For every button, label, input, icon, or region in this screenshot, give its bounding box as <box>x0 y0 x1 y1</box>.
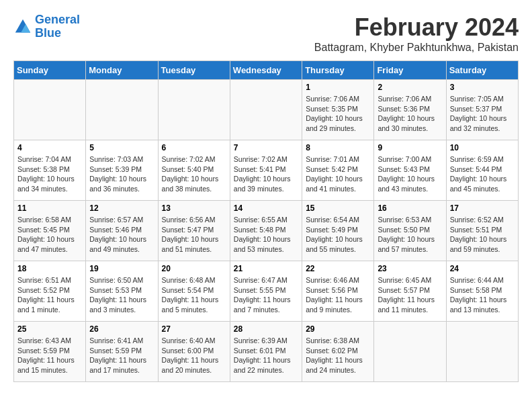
day-number: 9 <box>378 143 442 152</box>
day-number: 8 <box>306 143 370 152</box>
day-number: 16 <box>378 203 442 213</box>
day-number: 6 <box>162 143 226 152</box>
day-number: 4 <box>17 143 82 152</box>
calendar-week-row: 1Sunrise: 7:06 AMSunset: 5:35 PMDaylight… <box>14 80 519 140</box>
weekday-header-tuesday: Tuesday <box>158 61 230 80</box>
day-info: Sunrise: 6:50 AMSunset: 5:53 PMDaylight:… <box>89 275 154 315</box>
calendar-cell: 24Sunrise: 6:44 AMSunset: 5:58 PMDayligh… <box>446 261 518 322</box>
day-info: Sunrise: 7:02 AMSunset: 5:41 PMDaylight:… <box>234 154 298 194</box>
day-info: Sunrise: 6:55 AMSunset: 5:48 PMDaylight:… <box>234 215 298 255</box>
day-info: Sunrise: 6:48 AMSunset: 5:54 PMDaylight:… <box>162 275 226 315</box>
calendar-cell: 6Sunrise: 7:02 AMSunset: 5:40 PMDaylight… <box>158 140 230 201</box>
day-number: 29 <box>306 324 370 334</box>
logo-icon <box>13 17 32 36</box>
calendar-cell: 19Sunrise: 6:50 AMSunset: 5:53 PMDayligh… <box>86 261 158 322</box>
day-number: 13 <box>162 203 226 213</box>
calendar-cell <box>446 322 518 382</box>
day-number: 11 <box>17 203 82 213</box>
calendar-cell: 28Sunrise: 6:39 AMSunset: 6:01 PMDayligh… <box>230 322 302 382</box>
location-subtitle: Battagram, Khyber Pakhtunkhwa, Pakistan <box>314 42 519 54</box>
calendar-cell: 23Sunrise: 6:45 AMSunset: 5:57 PMDayligh… <box>374 261 446 322</box>
calendar-week-row: 4Sunrise: 7:04 AMSunset: 5:38 PMDaylight… <box>14 140 519 201</box>
day-info: Sunrise: 7:06 AMSunset: 5:35 PMDaylight:… <box>306 94 370 134</box>
calendar-cell: 27Sunrise: 6:40 AMSunset: 6:00 PMDayligh… <box>158 322 230 382</box>
calendar-cell: 18Sunrise: 6:51 AMSunset: 5:52 PMDayligh… <box>14 261 86 322</box>
weekday-header-thursday: Thursday <box>302 61 374 80</box>
calendar-cell <box>230 80 302 140</box>
logo-line2: Blue <box>35 26 61 40</box>
calendar-cell: 22Sunrise: 6:46 AMSunset: 5:56 PMDayligh… <box>302 261 374 322</box>
page-header: General Blue February 2024 Battagram, Kh… <box>13 13 519 54</box>
weekday-header-sunday: Sunday <box>14 61 86 80</box>
day-number: 25 <box>17 324 82 334</box>
calendar-cell: 1Sunrise: 7:06 AMSunset: 5:35 PMDaylight… <box>302 80 374 140</box>
day-number: 24 <box>450 264 515 273</box>
day-number: 26 <box>89 324 154 334</box>
calendar-week-row: 18Sunrise: 6:51 AMSunset: 5:52 PMDayligh… <box>14 261 519 322</box>
day-info: Sunrise: 7:02 AMSunset: 5:40 PMDaylight:… <box>162 154 226 194</box>
day-info: Sunrise: 6:38 AMSunset: 6:02 PMDaylight:… <box>306 336 370 375</box>
day-number: 12 <box>89 203 154 213</box>
day-number: 5 <box>89 143 154 152</box>
title-block: February 2024 Battagram, Khyber Pakhtunk… <box>314 13 519 54</box>
calendar-cell: 29Sunrise: 6:38 AMSunset: 6:02 PMDayligh… <box>302 322 374 382</box>
calendar-cell: 2Sunrise: 7:06 AMSunset: 5:36 PMDaylight… <box>374 80 446 140</box>
day-info: Sunrise: 6:53 AMSunset: 5:50 PMDaylight:… <box>378 215 442 255</box>
day-info: Sunrise: 6:59 AMSunset: 5:44 PMDaylight:… <box>450 154 515 194</box>
logo-line1: General <box>35 13 80 26</box>
day-info: Sunrise: 7:05 AMSunset: 5:37 PMDaylight:… <box>450 94 515 134</box>
day-number: 28 <box>234 324 298 334</box>
day-info: Sunrise: 6:47 AMSunset: 5:55 PMDaylight:… <box>234 275 298 315</box>
calendar-cell <box>158 80 230 140</box>
day-number: 3 <box>450 83 515 92</box>
logo: General Blue <box>13 13 80 40</box>
calendar-cell: 25Sunrise: 6:43 AMSunset: 5:59 PMDayligh… <box>14 322 86 382</box>
calendar-cell: 5Sunrise: 7:03 AMSunset: 5:39 PMDaylight… <box>86 140 158 201</box>
calendar-cell: 11Sunrise: 6:58 AMSunset: 5:45 PMDayligh… <box>14 201 86 261</box>
calendar-cell: 4Sunrise: 7:04 AMSunset: 5:38 PMDaylight… <box>14 140 86 201</box>
weekday-header-row: SundayMondayTuesdayWednesdayThursdayFrid… <box>14 61 519 80</box>
day-info: Sunrise: 6:44 AMSunset: 5:58 PMDaylight:… <box>450 275 515 315</box>
calendar-cell: 7Sunrise: 7:02 AMSunset: 5:41 PMDaylight… <box>230 140 302 201</box>
day-number: 18 <box>17 264 82 273</box>
calendar-cell: 15Sunrise: 6:54 AMSunset: 5:49 PMDayligh… <box>302 201 374 261</box>
calendar-cell <box>374 322 446 382</box>
day-info: Sunrise: 7:06 AMSunset: 5:36 PMDaylight:… <box>378 94 442 134</box>
calendar-cell: 13Sunrise: 6:56 AMSunset: 5:47 PMDayligh… <box>158 201 230 261</box>
calendar-cell: 12Sunrise: 6:57 AMSunset: 5:46 PMDayligh… <box>86 201 158 261</box>
calendar-table: SundayMondayTuesdayWednesdayThursdayFrid… <box>13 60 519 382</box>
calendar-cell: 14Sunrise: 6:55 AMSunset: 5:48 PMDayligh… <box>230 201 302 261</box>
weekday-header-monday: Monday <box>86 61 158 80</box>
day-number: 10 <box>450 143 515 152</box>
day-info: Sunrise: 6:54 AMSunset: 5:49 PMDaylight:… <box>306 215 370 255</box>
day-info: Sunrise: 7:03 AMSunset: 5:39 PMDaylight:… <box>89 154 154 194</box>
calendar-cell: 9Sunrise: 7:00 AMSunset: 5:43 PMDaylight… <box>374 140 446 201</box>
day-number: 1 <box>306 83 370 92</box>
calendar-cell: 16Sunrise: 6:53 AMSunset: 5:50 PMDayligh… <box>374 201 446 261</box>
day-number: 19 <box>89 264 154 273</box>
day-number: 15 <box>306 203 370 213</box>
day-info: Sunrise: 6:43 AMSunset: 5:59 PMDaylight:… <box>17 336 82 375</box>
day-number: 14 <box>234 203 298 213</box>
calendar-cell: 8Sunrise: 7:01 AMSunset: 5:42 PMDaylight… <box>302 140 374 201</box>
day-number: 20 <box>162 264 226 273</box>
weekday-header-saturday: Saturday <box>446 61 518 80</box>
calendar-cell: 26Sunrise: 6:41 AMSunset: 5:59 PMDayligh… <box>86 322 158 382</box>
calendar-week-row: 25Sunrise: 6:43 AMSunset: 5:59 PMDayligh… <box>14 322 519 382</box>
calendar-cell: 10Sunrise: 6:59 AMSunset: 5:44 PMDayligh… <box>446 140 518 201</box>
day-number: 7 <box>234 143 298 152</box>
day-number: 17 <box>450 203 515 213</box>
day-number: 22 <box>306 264 370 273</box>
logo-text: General Blue <box>35 13 80 40</box>
day-number: 2 <box>378 83 442 92</box>
day-info: Sunrise: 7:04 AMSunset: 5:38 PMDaylight:… <box>17 154 82 194</box>
calendar-cell <box>86 80 158 140</box>
day-info: Sunrise: 6:52 AMSunset: 5:51 PMDaylight:… <box>450 215 515 255</box>
calendar-week-row: 11Sunrise: 6:58 AMSunset: 5:45 PMDayligh… <box>14 201 519 261</box>
day-info: Sunrise: 7:00 AMSunset: 5:43 PMDaylight:… <box>378 154 442 194</box>
day-info: Sunrise: 6:40 AMSunset: 6:00 PMDaylight:… <box>162 336 226 375</box>
day-info: Sunrise: 6:57 AMSunset: 5:46 PMDaylight:… <box>89 215 154 255</box>
day-info: Sunrise: 6:46 AMSunset: 5:56 PMDaylight:… <box>306 275 370 315</box>
calendar-cell: 21Sunrise: 6:47 AMSunset: 5:55 PMDayligh… <box>230 261 302 322</box>
day-info: Sunrise: 6:39 AMSunset: 6:01 PMDaylight:… <box>234 336 298 375</box>
